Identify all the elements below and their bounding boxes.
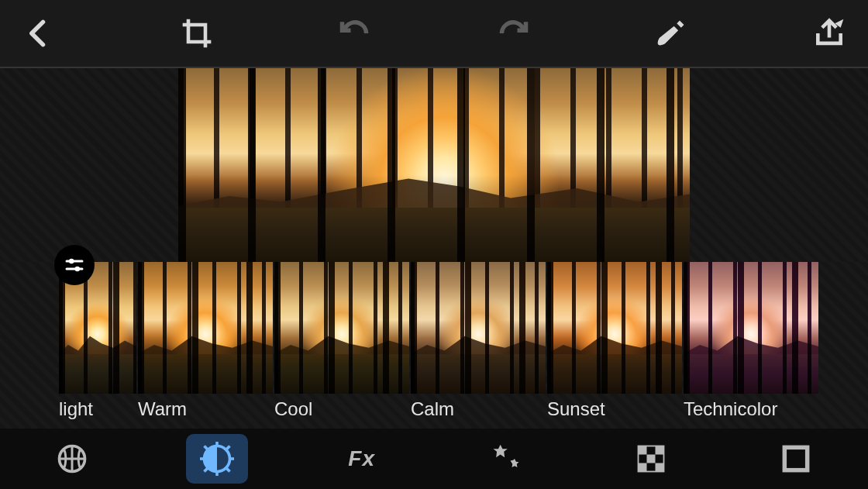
- tab-globe[interactable]: [41, 434, 103, 484]
- filter-thumb-calm[interactable]: Calm: [411, 262, 546, 420]
- brush-icon: [654, 16, 688, 50]
- filter-thumb-cool[interactable]: Cool: [274, 262, 409, 420]
- frame-icon: [779, 442, 813, 476]
- back-button[interactable]: [16, 10, 62, 57]
- svg-rect-14: [638, 446, 646, 455]
- filter-thumb-image: [547, 262, 682, 394]
- brightness-icon: [200, 442, 234, 476]
- top-toolbar: [0, 0, 868, 68]
- tab-stars[interactable]: [475, 434, 537, 484]
- filter-strip: lightWarmCoolCalmSunsetTechnicolor: [0, 262, 868, 429]
- svg-line-11: [226, 468, 230, 472]
- filter-list: lightWarmCoolCalmSunsetTechnicolor: [0, 262, 868, 420]
- svg-rect-18: [655, 463, 663, 472]
- globe-icon: [55, 442, 89, 476]
- filter-thumb-image: [274, 262, 409, 394]
- main-image-preview[interactable]: [178, 68, 690, 262]
- svg-rect-15: [655, 446, 663, 455]
- redo-icon: [496, 16, 530, 50]
- stars-icon: [489, 442, 523, 476]
- filter-thumb-label: Warm: [138, 394, 273, 420]
- svg-point-3: [75, 267, 81, 272]
- filter-thumb-label: Cool: [274, 394, 409, 420]
- filter-thumb-image: [138, 262, 273, 394]
- svg-rect-20: [784, 447, 807, 470]
- share-icon: [812, 16, 846, 50]
- redo-button[interactable]: [490, 10, 536, 57]
- filter-thumb-sunset[interactable]: Sunset: [547, 262, 682, 420]
- filter-thumb-light[interactable]: light: [59, 262, 136, 420]
- filter-thumb-warm[interactable]: Warm: [138, 262, 273, 420]
- chevron-left-icon: [22, 16, 56, 50]
- fx-icon: Fx: [348, 446, 375, 471]
- main-image-ground: [178, 208, 690, 262]
- filter-thumb-image: [411, 262, 546, 394]
- tab-fx[interactable]: Fx: [331, 434, 393, 484]
- svg-rect-17: [638, 463, 646, 472]
- app-root: lightWarmCoolCalmSunsetTechnicolor Fx: [0, 0, 868, 489]
- share-button[interactable]: [806, 10, 852, 57]
- tab-checker[interactable]: [620, 434, 682, 484]
- filter-thumb-image: [684, 262, 818, 394]
- filter-thumb-label: Calm: [411, 394, 546, 420]
- svg-line-13: [226, 446, 230, 450]
- svg-point-2: [69, 259, 74, 264]
- svg-line-10: [204, 446, 208, 450]
- undo-icon: [338, 16, 372, 50]
- checkerboard-icon: [634, 442, 668, 476]
- crop-button[interactable]: [174, 10, 220, 57]
- bottom-tabbar: Fx: [0, 429, 868, 489]
- svg-line-12: [204, 468, 208, 472]
- filter-thumb-label: Technicolor: [684, 394, 818, 420]
- tab-frame[interactable]: [765, 434, 827, 484]
- canvas-area: [0, 68, 868, 262]
- crop-icon: [180, 16, 214, 50]
- sliders-icon: [63, 253, 86, 277]
- svg-rect-16: [646, 455, 655, 463]
- filter-adjust-button[interactable]: [54, 245, 95, 285]
- filter-thumb-label: light: [59, 394, 136, 420]
- tab-lighting[interactable]: [186, 434, 248, 484]
- filter-thumb-technicolor[interactable]: Technicolor: [684, 262, 818, 420]
- undo-button[interactable]: [332, 10, 378, 57]
- filter-thumb-label: Sunset: [547, 394, 682, 420]
- brush-button[interactable]: [648, 10, 694, 57]
